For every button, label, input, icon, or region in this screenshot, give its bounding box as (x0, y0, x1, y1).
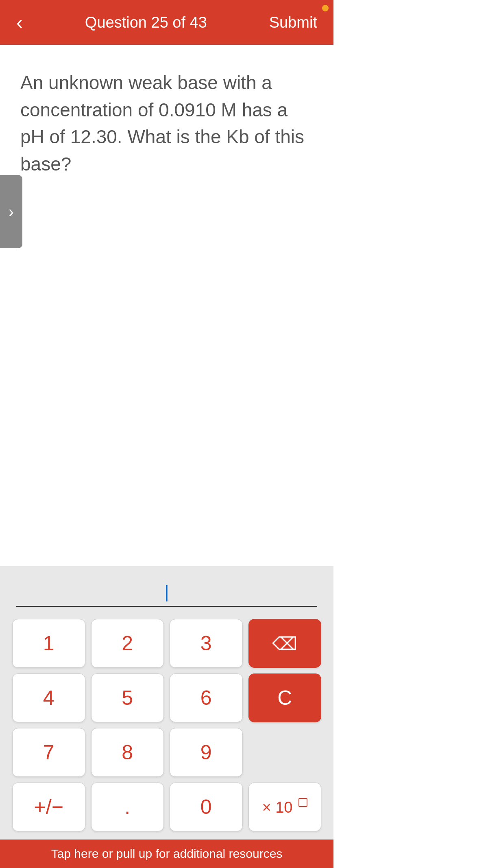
key-1[interactable]: 1 (12, 619, 85, 668)
question-text: An unknown weak base with a concentratio… (20, 69, 313, 178)
question-progress: Question 25 of 43 (85, 14, 207, 31)
calc-input[interactable] (16, 578, 317, 607)
key-4[interactable]: 4 (12, 673, 85, 722)
side-tab[interactable]: › (0, 175, 22, 248)
bottom-bar-text: Tap here or pull up for additional resou… (51, 847, 283, 861)
header: ‹ Question 25 of 43 Submit (0, 0, 333, 45)
key-3[interactable]: 3 (170, 619, 243, 668)
key-plus-minus[interactable]: +/− (12, 783, 85, 831)
key-9[interactable]: 9 (170, 728, 243, 777)
submit-button[interactable]: Submit (269, 14, 317, 31)
key-7[interactable]: 7 (12, 728, 85, 777)
status-dot (322, 5, 329, 11)
calculator-section: 1 2 3 ⌫ 4 5 6 C 7 8 9 +/− . 0 × 10 (0, 566, 333, 840)
question-area: An unknown weak base with a concentratio… (0, 45, 333, 566)
key-6[interactable]: 6 (170, 673, 243, 722)
key-0[interactable]: 0 (170, 783, 243, 831)
key-2[interactable]: 2 (91, 619, 164, 668)
key-8[interactable]: 8 (91, 728, 164, 777)
backspace-button[interactable]: ⌫ (248, 619, 322, 668)
back-button[interactable]: ‹ (16, 13, 23, 32)
bottom-bar[interactable]: Tap here or pull up for additional resou… (0, 840, 333, 868)
keypad: 1 2 3 ⌫ 4 5 6 C 7 8 9 +/− . 0 × 10 (12, 619, 321, 831)
calc-input-row (12, 578, 321, 607)
key-decimal[interactable]: . (91, 783, 164, 831)
key-x10[interactable]: × 10 (248, 783, 322, 831)
chevron-right-icon: › (9, 203, 14, 221)
key-5[interactable]: 5 (91, 673, 164, 722)
x10-exponent-box (298, 798, 307, 807)
clear-button[interactable]: C (248, 673, 322, 722)
backspace-icon: ⌫ (272, 633, 297, 654)
x10-label: × 10 (262, 798, 307, 816)
